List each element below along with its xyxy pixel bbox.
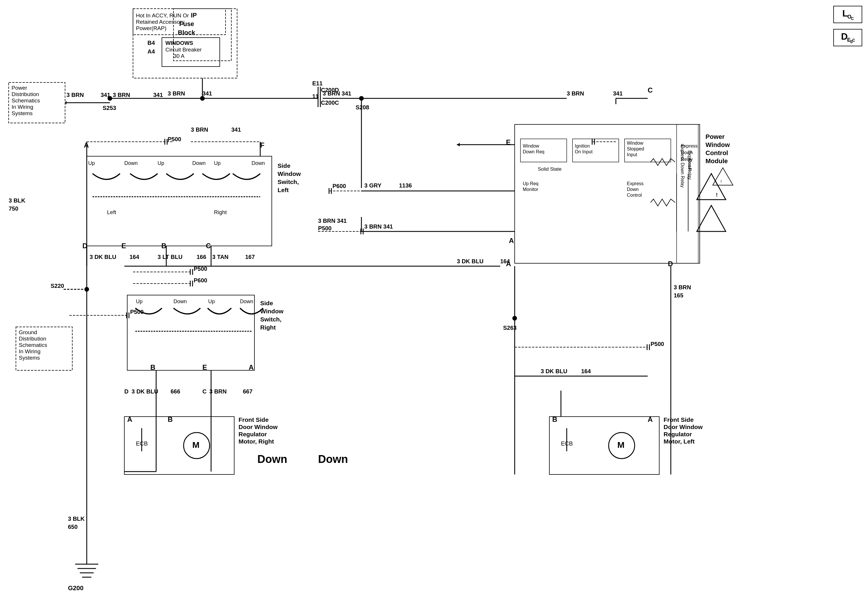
svg-text:Up: Up xyxy=(88,160,95,166)
svg-text:Up: Up xyxy=(158,160,164,166)
wiring-diagram-svg: Hot In ACCY, RUN Or Retained Accessory P… xyxy=(0,0,868,609)
svg-text:B: B xyxy=(150,364,155,371)
svg-text:Down: Down xyxy=(192,160,206,166)
svg-text:Down: Down xyxy=(257,453,287,465)
svg-marker-172 xyxy=(697,205,726,231)
svg-text:Down: Down xyxy=(174,298,187,304)
svg-text:Schematics: Schematics xyxy=(19,342,47,348)
svg-text:Side: Side xyxy=(277,162,290,169)
svg-text:Door Window: Door Window xyxy=(663,424,703,430)
svg-text:Express: Express xyxy=(627,181,643,186)
svg-rect-120 xyxy=(127,295,254,370)
svg-text:Window: Window xyxy=(627,141,643,146)
svg-text:Hot In ACCY, RUN Or: Hot In ACCY, RUN Or xyxy=(136,12,189,19)
svg-text:On Input: On Input xyxy=(575,149,593,154)
svg-marker-170 xyxy=(697,174,726,200)
svg-text:667: 667 xyxy=(243,388,253,395)
svg-text:Control: Control xyxy=(627,193,642,197)
svg-text:M: M xyxy=(192,440,200,450)
svg-text:Schematics: Schematics xyxy=(12,98,40,104)
svg-text:165: 165 xyxy=(674,292,683,298)
svg-text:167: 167 xyxy=(245,254,255,260)
svg-text:F: F xyxy=(260,141,265,149)
svg-text:3 GRY: 3 GRY xyxy=(364,182,382,189)
svg-text:M: M xyxy=(617,440,625,450)
svg-text:Motor, Left: Motor, Left xyxy=(663,438,694,445)
svg-text:B: B xyxy=(168,415,173,423)
svg-text:3 DK BLU: 3 DK BLU xyxy=(541,368,567,374)
svg-text:Left: Left xyxy=(277,186,289,193)
svg-text:Relay: Relay xyxy=(681,157,693,162)
svg-text:750: 750 xyxy=(9,205,18,212)
svg-text:B: B xyxy=(552,415,557,423)
svg-text:!: ! xyxy=(721,179,722,184)
svg-text:Ground: Ground xyxy=(19,329,37,335)
svg-text:Window: Window xyxy=(705,141,730,148)
svg-text:IP: IP xyxy=(191,12,197,19)
svg-text:164: 164 xyxy=(581,368,591,374)
svg-text:WINDOWS: WINDOWS xyxy=(165,40,193,46)
svg-text:Right: Right xyxy=(260,324,276,331)
svg-text:1136: 1136 xyxy=(399,182,412,189)
svg-rect-165 xyxy=(515,124,700,263)
svg-text:Module: Module xyxy=(705,157,728,165)
svg-text:Up: Up xyxy=(208,298,215,304)
svg-text:In Wiring: In Wiring xyxy=(12,104,33,110)
svg-text:C200C: C200C xyxy=(321,99,339,106)
svg-text:650: 650 xyxy=(68,524,78,530)
svg-text:E11: E11 xyxy=(312,80,323,87)
svg-text:3 BRN 341: 3 BRN 341 xyxy=(364,223,393,230)
svg-text:P600: P600 xyxy=(333,183,346,189)
svg-text:P500: P500 xyxy=(168,136,181,142)
svg-text:3 BRN 341: 3 BRN 341 xyxy=(323,90,351,96)
svg-text:Power(RAP): Power(RAP) xyxy=(136,25,167,31)
svg-text:Front Side: Front Side xyxy=(239,416,269,423)
svg-text:Front Side: Front Side xyxy=(663,416,694,423)
svg-marker-247 xyxy=(713,168,733,185)
svg-text:3 BLK: 3 BLK xyxy=(9,197,25,204)
svg-text:Up: Up xyxy=(136,298,143,304)
svg-text:341: 341 xyxy=(231,126,241,133)
svg-text:A: A xyxy=(127,415,132,423)
svg-text:666: 666 xyxy=(170,388,180,395)
svg-text:A: A xyxy=(648,415,653,423)
svg-text:E: E xyxy=(121,242,126,250)
svg-text:D: D xyxy=(124,388,129,395)
svg-text:Regulator: Regulator xyxy=(663,431,692,437)
svg-text:!: ! xyxy=(716,192,718,198)
svg-text:Right: Right xyxy=(214,209,227,215)
svg-text:S208: S208 xyxy=(356,104,369,110)
svg-text:Express: Express xyxy=(681,143,698,148)
svg-text:In Wiring: In Wiring xyxy=(19,348,40,354)
svg-text:341: 341 xyxy=(613,90,623,96)
svg-text:S253: S253 xyxy=(103,105,116,111)
svg-text:Side: Side xyxy=(260,300,273,306)
svg-text:C: C xyxy=(648,86,653,94)
svg-text:Window: Window xyxy=(277,170,301,177)
svg-text:Input: Input xyxy=(627,152,637,157)
svg-text:B: B xyxy=(161,242,166,250)
svg-text:3 DK BLU: 3 DK BLU xyxy=(457,258,484,264)
svg-text:Block: Block xyxy=(178,29,195,36)
svg-text:341: 341 xyxy=(101,92,110,98)
svg-text:Up: Up xyxy=(214,160,221,166)
svg-text:3 LT BLU: 3 LT BLU xyxy=(158,254,183,260)
svg-text:166: 166 xyxy=(197,254,206,260)
svg-text:30 A: 30 A xyxy=(174,53,184,59)
svg-text:3 BRN 341: 3 BRN 341 xyxy=(318,218,347,224)
svg-text:B4: B4 xyxy=(147,40,155,46)
svg-text:Systems: Systems xyxy=(12,110,33,116)
svg-text:341: 341 xyxy=(153,92,163,98)
svg-text:341: 341 xyxy=(202,90,212,96)
svg-text:Distribution: Distribution xyxy=(19,336,46,342)
svg-text:A: A xyxy=(249,364,254,371)
svg-text:Power: Power xyxy=(12,85,28,91)
svg-text:3 DK BLU: 3 DK BLU xyxy=(90,254,116,260)
svg-text:3 BRN: 3 BRN xyxy=(67,92,84,98)
svg-text:Down Req: Down Req xyxy=(523,149,544,154)
svg-text:Down: Down xyxy=(627,187,639,192)
svg-text:3 DK BLU: 3 DK BLU xyxy=(132,388,158,395)
svg-text:A4: A4 xyxy=(147,48,155,55)
svg-text:Left: Left xyxy=(107,209,116,215)
svg-text:3 BRN: 3 BRN xyxy=(674,284,691,291)
